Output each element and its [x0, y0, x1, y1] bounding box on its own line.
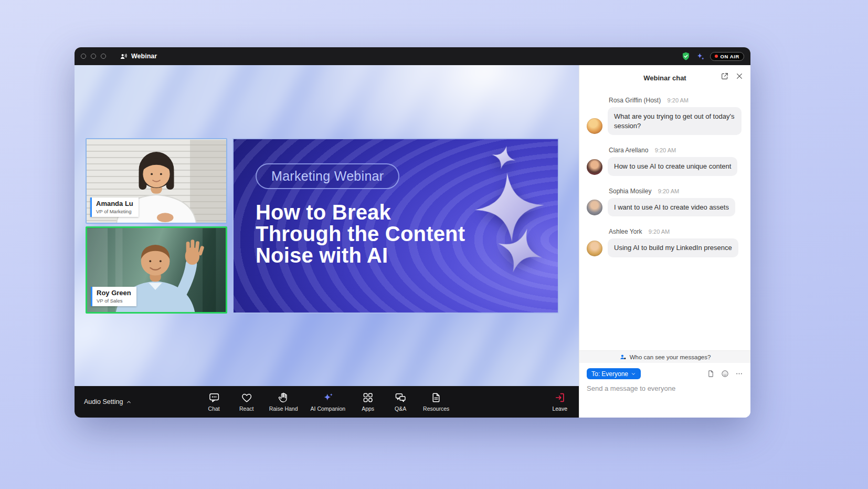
recipient-label: To: Everyone: [591, 370, 628, 378]
message-time: 9:20 AM: [655, 147, 676, 153]
message-bubble: Using AI to build my LinkedIn presence: [608, 238, 738, 257]
window-minimize-button[interactable]: [91, 54, 96, 59]
message-bubble: How to use AI to create unique content: [608, 157, 737, 176]
composer: To: Everyone: [579, 363, 750, 418]
toolbar-apps-button[interactable]: Apps: [353, 389, 383, 415]
heart-icon: [241, 392, 252, 403]
message-time: 9:20 AM: [668, 97, 689, 103]
chat-footer: Who can see your messages? To: Everyone: [579, 350, 750, 418]
chat-message: Rosa Griffin (Host) 9:20 AM What are you…: [587, 95, 743, 135]
audio-setting-label: Audio Setting: [84, 398, 123, 405]
recipient-selector[interactable]: To: Everyone: [587, 368, 641, 379]
slide-heading-line: Through the Content: [256, 223, 558, 245]
participant-name: Roy Green: [97, 289, 131, 297]
chat-header: Webinar chat: [579, 65, 750, 88]
name-tag-roy: Roy Green VP of Sales: [91, 287, 136, 306]
window-controls: [81, 54, 106, 59]
window-zoom-button[interactable]: [101, 54, 106, 59]
on-air-label: ON AIR: [721, 54, 740, 59]
window-title-group: Webinar: [120, 53, 157, 60]
participant-name: Amanda Lu: [96, 200, 133, 208]
visibility-note-text: Who can see your messages?: [630, 354, 711, 360]
raise-hand-icon: [278, 392, 289, 403]
resources-icon: [430, 392, 442, 403]
apps-icon: [362, 392, 374, 403]
toolbar-react-button[interactable]: React: [232, 389, 261, 415]
titlebar-right: ON AIR: [681, 51, 745, 61]
chevron-up-icon: [126, 399, 132, 405]
on-air-badge: ON AIR: [710, 52, 745, 61]
toolbar-ai-companion-button[interactable]: AI Companion: [306, 389, 351, 415]
ai-companion-icon: [322, 392, 334, 403]
visibility-note[interactable]: Who can see your messages?: [579, 350, 750, 363]
presentation-slide: Marketing Webinar How to Break Through t…: [232, 138, 559, 314]
webinar-icon: [120, 53, 128, 60]
more-options-icon[interactable]: [735, 370, 743, 378]
video-stage: Amanda Lu VP of Marketing: [75, 65, 579, 386]
avatar-clara: [587, 159, 602, 175]
toolbar-resources-button[interactable]: Resources: [418, 389, 454, 415]
ai-sparkle-icon[interactable]: [696, 52, 705, 61]
pop-out-icon[interactable]: [721, 72, 729, 80]
message-time: 9:20 AM: [658, 188, 679, 194]
chevron-down-icon: [631, 371, 636, 377]
leave-icon: [554, 392, 566, 403]
avatar-ashlee: [587, 241, 602, 256]
chat-title: Webinar chat: [643, 74, 686, 82]
sparkle-shape-small: [489, 143, 518, 172]
window-close-button[interactable]: [81, 54, 86, 59]
audio-setting-button[interactable]: Audio Setting: [84, 398, 132, 405]
chat-message: Sophia Mosiley 9:20 AM I want to use AI …: [587, 186, 743, 217]
message-author: Clara Arellano: [609, 147, 648, 154]
chat-message: Clara Arellano 9:20 AM How to use AI to …: [587, 145, 743, 176]
file-icon[interactable]: [707, 370, 715, 378]
slide-heading: How to Break Through the Content Noise w…: [256, 202, 558, 267]
participant-role: VP of Marketing: [96, 209, 133, 214]
video-tile-roy[interactable]: Roy Green VP of Sales: [86, 226, 227, 314]
security-shield-icon[interactable]: [681, 51, 691, 61]
toolbar-raise-hand-button[interactable]: Raise Hand: [264, 389, 303, 415]
avatar-rosa: [587, 118, 602, 134]
chat-message: Ashlee York 9:20 AM Using AI to build my…: [587, 226, 743, 257]
slide-heading-line: How to Break: [256, 202, 558, 223]
webinar-window: Webinar ON AIR: [75, 47, 750, 418]
message-author: Sophia Mosiley: [609, 188, 651, 195]
message-author: Rosa Griffin (Host): [609, 97, 661, 104]
name-tag-amanda: Amanda Lu VP of Marketing: [90, 197, 139, 217]
avatar-sophia: [587, 200, 602, 215]
slide-badge: Marketing Webinar: [256, 163, 399, 189]
chat-panel: Webinar chat: [579, 65, 750, 418]
emoji-icon[interactable]: [721, 370, 729, 378]
chat-icon: [208, 392, 220, 403]
toolbar-chat-button[interactable]: Chat: [199, 389, 229, 415]
window-titlebar: Webinar ON AIR: [75, 47, 750, 65]
qa-icon: [395, 392, 406, 403]
toolbar-qa-button[interactable]: Q&A: [386, 389, 415, 415]
chat-message-list[interactable]: Rosa Griffin (Host) 9:20 AM What are you…: [579, 88, 750, 350]
message-input[interactable]: [587, 384, 743, 418]
message-bubble: I want to use AI to create video assets: [608, 198, 735, 217]
toolbar-center-group: Chat React: [199, 389, 454, 415]
leave-button[interactable]: Leave: [550, 389, 569, 415]
participant-role: VP of Sales: [97, 298, 131, 304]
window-title: Webinar: [131, 53, 157, 60]
message-time: 9:20 AM: [649, 228, 670, 235]
meeting-toolbar: Audio Setting Chat: [75, 386, 579, 418]
message-bubble: What are you trying to get out of today'…: [608, 107, 742, 135]
close-icon[interactable]: [735, 72, 744, 80]
message-author: Ashlee York: [609, 228, 642, 235]
people-icon: [619, 353, 627, 361]
slide-heading-line: Noise with AI: [256, 245, 558, 266]
on-air-dot: [715, 55, 718, 58]
video-tile-amanda[interactable]: Amanda Lu VP of Marketing: [86, 138, 227, 224]
